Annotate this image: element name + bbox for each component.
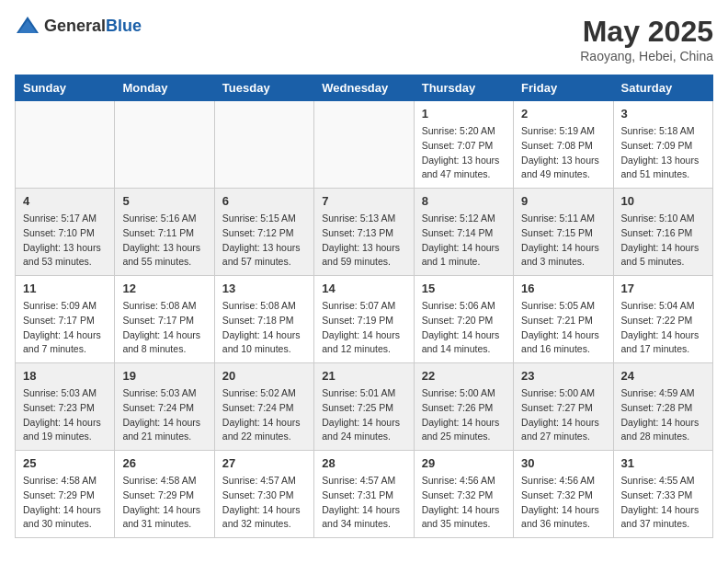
day-info: Sunrise: 5:08 AM Sunset: 7:18 PM Dayligh… xyxy=(222,299,306,357)
day-number: 26 xyxy=(122,456,206,470)
day-info: Sunrise: 5:04 AM Sunset: 7:22 PM Dayligh… xyxy=(621,299,705,357)
month-year-title: May 2025 xyxy=(580,15,713,49)
calendar-day-cell: 24Sunrise: 4:59 AM Sunset: 7:28 PM Dayli… xyxy=(613,363,712,451)
day-number: 10 xyxy=(621,194,705,208)
calendar-day-cell: 22Sunrise: 5:00 AM Sunset: 7:26 PM Dayli… xyxy=(414,363,513,451)
calendar-week-row: 25Sunrise: 4:58 AM Sunset: 7:29 PM Dayli… xyxy=(16,451,713,538)
calendar-day-cell: 1Sunrise: 5:20 AM Sunset: 7:07 PM Daylig… xyxy=(414,101,513,189)
calendar-day-cell: 26Sunrise: 4:58 AM Sunset: 7:29 PM Dayli… xyxy=(115,451,214,538)
day-number: 23 xyxy=(521,369,605,383)
day-number: 6 xyxy=(222,194,306,208)
day-number: 30 xyxy=(521,456,605,470)
logo-text-blue: Blue xyxy=(106,17,142,35)
calendar-day-cell: 13Sunrise: 5:08 AM Sunset: 7:18 PM Dayli… xyxy=(214,276,313,363)
day-number: 11 xyxy=(23,282,107,295)
day-number: 25 xyxy=(23,456,107,470)
day-info: Sunrise: 5:07 AM Sunset: 7:19 PM Dayligh… xyxy=(322,299,405,357)
day-info: Sunrise: 5:19 AM Sunset: 7:08 PM Dayligh… xyxy=(521,124,605,182)
calendar-day-cell: 10Sunrise: 5:10 AM Sunset: 7:16 PM Dayli… xyxy=(613,189,712,276)
day-number: 29 xyxy=(422,456,506,470)
day-info: Sunrise: 5:18 AM Sunset: 7:09 PM Dayligh… xyxy=(621,124,705,182)
calendar-day-cell xyxy=(314,101,414,189)
calendar-week-row: 11Sunrise: 5:09 AM Sunset: 7:17 PM Dayli… xyxy=(16,276,713,363)
calendar-day-cell: 28Sunrise: 4:57 AM Sunset: 7:31 PM Dayli… xyxy=(314,451,414,538)
day-number: 18 xyxy=(23,369,107,383)
weekday-header-friday: Friday xyxy=(514,75,613,101)
day-info: Sunrise: 4:57 AM Sunset: 7:30 PM Dayligh… xyxy=(222,474,306,532)
calendar-day-cell: 21Sunrise: 5:01 AM Sunset: 7:25 PM Dayli… xyxy=(314,363,414,451)
calendar-day-cell: 19Sunrise: 5:03 AM Sunset: 7:24 PM Dayli… xyxy=(115,363,214,451)
day-number: 2 xyxy=(521,107,605,121)
calendar-day-cell: 20Sunrise: 5:02 AM Sunset: 7:24 PM Dayli… xyxy=(214,363,313,451)
calendar-header-row: SundayMondayTuesdayWednesdayThursdayFrid… xyxy=(16,75,713,101)
day-info: Sunrise: 5:12 AM Sunset: 7:14 PM Dayligh… xyxy=(422,212,506,270)
day-number: 14 xyxy=(322,282,405,295)
weekday-header-thursday: Thursday xyxy=(414,75,513,101)
calendar-day-cell: 27Sunrise: 4:57 AM Sunset: 7:30 PM Dayli… xyxy=(214,451,313,538)
day-number: 15 xyxy=(422,282,506,295)
weekday-header-saturday: Saturday xyxy=(613,75,712,101)
calendar-day-cell: 30Sunrise: 4:56 AM Sunset: 7:32 PM Dayli… xyxy=(514,451,613,538)
day-number: 1 xyxy=(422,107,506,121)
day-number: 9 xyxy=(521,194,605,208)
calendar-day-cell: 17Sunrise: 5:04 AM Sunset: 7:22 PM Dayli… xyxy=(613,276,712,363)
day-info: Sunrise: 5:13 AM Sunset: 7:13 PM Dayligh… xyxy=(322,212,405,270)
day-info: Sunrise: 5:00 AM Sunset: 7:26 PM Dayligh… xyxy=(422,386,506,444)
calendar-day-cell xyxy=(214,101,313,189)
calendar-day-cell: 7Sunrise: 5:13 AM Sunset: 7:13 PM Daylig… xyxy=(314,189,414,276)
day-info: Sunrise: 5:06 AM Sunset: 7:20 PM Dayligh… xyxy=(422,299,506,357)
calendar-day-cell: 16Sunrise: 5:05 AM Sunset: 7:21 PM Dayli… xyxy=(514,276,613,363)
day-number: 24 xyxy=(621,369,705,383)
day-info: Sunrise: 5:16 AM Sunset: 7:11 PM Dayligh… xyxy=(122,212,206,270)
calendar-day-cell xyxy=(115,101,214,189)
calendar-day-cell: 9Sunrise: 5:11 AM Sunset: 7:15 PM Daylig… xyxy=(514,189,613,276)
weekday-header-sunday: Sunday xyxy=(16,75,115,101)
calendar-day-cell: 6Sunrise: 5:15 AM Sunset: 7:12 PM Daylig… xyxy=(214,189,313,276)
page-header: GeneralBlue May 2025 Raoyang, Hebei, Chi… xyxy=(15,15,713,63)
calendar-day-cell: 12Sunrise: 5:08 AM Sunset: 7:17 PM Dayli… xyxy=(115,276,214,363)
day-number: 21 xyxy=(322,369,405,383)
day-info: Sunrise: 4:59 AM Sunset: 7:28 PM Dayligh… xyxy=(621,386,705,444)
day-info: Sunrise: 5:20 AM Sunset: 7:07 PM Dayligh… xyxy=(422,124,506,182)
day-number: 31 xyxy=(621,456,705,470)
calendar-day-cell: 3Sunrise: 5:18 AM Sunset: 7:09 PM Daylig… xyxy=(613,101,712,189)
day-info: Sunrise: 4:56 AM Sunset: 7:32 PM Dayligh… xyxy=(521,474,605,532)
calendar-day-cell: 15Sunrise: 5:06 AM Sunset: 7:20 PM Dayli… xyxy=(414,276,513,363)
day-info: Sunrise: 5:10 AM Sunset: 7:16 PM Dayligh… xyxy=(621,212,705,270)
day-info: Sunrise: 4:55 AM Sunset: 7:33 PM Dayligh… xyxy=(621,474,705,532)
title-area: May 2025 Raoyang, Hebei, China xyxy=(580,15,713,63)
day-number: 8 xyxy=(422,194,506,208)
day-info: Sunrise: 5:08 AM Sunset: 7:17 PM Dayligh… xyxy=(122,299,206,357)
calendar-day-cell: 2Sunrise: 5:19 AM Sunset: 7:08 PM Daylig… xyxy=(514,101,613,189)
logo-icon xyxy=(15,15,40,37)
calendar-day-cell: 4Sunrise: 5:17 AM Sunset: 7:10 PM Daylig… xyxy=(16,189,115,276)
day-info: Sunrise: 4:58 AM Sunset: 7:29 PM Dayligh… xyxy=(122,474,206,532)
calendar-week-row: 18Sunrise: 5:03 AM Sunset: 7:23 PM Dayli… xyxy=(16,363,713,451)
calendar-day-cell: 14Sunrise: 5:07 AM Sunset: 7:19 PM Dayli… xyxy=(314,276,414,363)
calendar-week-row: 4Sunrise: 5:17 AM Sunset: 7:10 PM Daylig… xyxy=(16,189,713,276)
day-number: 20 xyxy=(222,369,306,383)
day-number: 4 xyxy=(23,194,107,208)
day-number: 22 xyxy=(422,369,506,383)
day-number: 16 xyxy=(521,282,605,295)
logo-text-general: General xyxy=(44,17,106,35)
calendar-day-cell: 8Sunrise: 5:12 AM Sunset: 7:14 PM Daylig… xyxy=(414,189,513,276)
day-info: Sunrise: 4:57 AM Sunset: 7:31 PM Dayligh… xyxy=(322,474,405,532)
day-info: Sunrise: 4:58 AM Sunset: 7:29 PM Dayligh… xyxy=(23,474,107,532)
day-number: 13 xyxy=(222,282,306,295)
day-info: Sunrise: 5:17 AM Sunset: 7:10 PM Dayligh… xyxy=(23,212,107,270)
calendar-day-cell: 25Sunrise: 4:58 AM Sunset: 7:29 PM Dayli… xyxy=(16,451,115,538)
day-info: Sunrise: 5:01 AM Sunset: 7:25 PM Dayligh… xyxy=(322,386,405,444)
calendar-day-cell xyxy=(16,101,115,189)
day-info: Sunrise: 4:56 AM Sunset: 7:32 PM Dayligh… xyxy=(422,474,506,532)
calendar-day-cell: 31Sunrise: 4:55 AM Sunset: 7:33 PM Dayli… xyxy=(613,451,712,538)
day-number: 17 xyxy=(621,282,705,295)
day-number: 3 xyxy=(621,107,705,121)
day-info: Sunrise: 5:03 AM Sunset: 7:23 PM Dayligh… xyxy=(23,386,107,444)
calendar-week-row: 1Sunrise: 5:20 AM Sunset: 7:07 PM Daylig… xyxy=(16,101,713,189)
weekday-header-wednesday: Wednesday xyxy=(314,75,414,101)
calendar-table: SundayMondayTuesdayWednesdayThursdayFrid… xyxy=(15,75,713,538)
day-info: Sunrise: 5:05 AM Sunset: 7:21 PM Dayligh… xyxy=(521,299,605,357)
location-subtitle: Raoyang, Hebei, China xyxy=(580,49,713,63)
day-info: Sunrise: 5:11 AM Sunset: 7:15 PM Dayligh… xyxy=(521,212,605,270)
